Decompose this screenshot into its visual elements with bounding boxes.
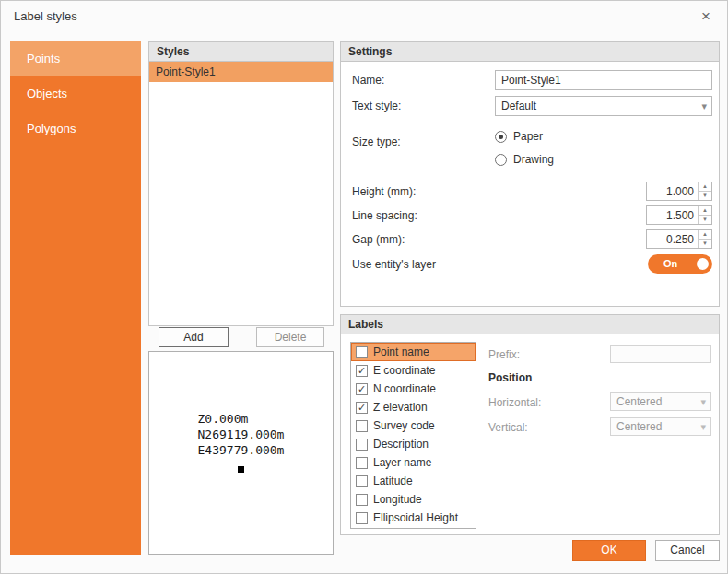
checkbox-z-elevation[interactable]: ✓ xyxy=(356,402,368,414)
label-item-description[interactable]: Description xyxy=(351,435,476,453)
label-item-text: Latitude xyxy=(373,474,413,487)
delete-button[interactable]: Delete xyxy=(256,327,324,347)
checkbox-point-name[interactable] xyxy=(356,346,368,358)
sidebar-item-objects[interactable]: Objects xyxy=(10,76,141,111)
cancel-button[interactable]: Cancel xyxy=(655,540,720,561)
titlebar: Label styles × xyxy=(1,1,727,32)
preview-line: Z0.000m xyxy=(198,411,285,427)
checkbox-description[interactable] xyxy=(356,439,368,451)
text-style-dropdown[interactable]: Default ▾ xyxy=(495,96,712,116)
size-type-label: Size type: xyxy=(352,135,401,148)
preview-line: E439779.000m xyxy=(198,442,285,458)
preview-text: Z0.000mN269119.000mE439779.000m xyxy=(198,411,285,458)
checkbox-ellipsoidal-height[interactable] xyxy=(356,512,368,524)
label-item-e-coordinate[interactable]: ✓E coordinate xyxy=(351,361,476,380)
use-entity-layer-toggle[interactable]: On xyxy=(648,254,712,274)
height-label: Height (mm): xyxy=(352,185,416,198)
height-value: 1.000 xyxy=(647,182,698,200)
checkbox-survey-code[interactable] xyxy=(356,420,368,432)
label-item-text: N coordinate xyxy=(373,382,436,395)
settings-panel: Name: Text style: Default ▾ Size type: P… xyxy=(340,62,720,307)
ok-button[interactable]: OK xyxy=(572,540,646,561)
horizontal-label: Horizontal: xyxy=(488,396,541,409)
vertical-dropdown[interactable]: Centered ▾ xyxy=(610,417,711,436)
checkbox-n-coordinate[interactable]: ✓ xyxy=(356,383,368,395)
label-item-layer-name[interactable]: Layer name xyxy=(351,453,476,472)
spinner-down-icon[interactable]: ▼ xyxy=(699,192,711,200)
settings-panel-header: Settings xyxy=(340,41,720,62)
spinner-up-icon[interactable]: ▲ xyxy=(699,182,711,192)
text-style-value: Default xyxy=(501,100,536,112)
style-preview: Z0.000mN269119.000mE439779.000m xyxy=(148,351,334,555)
label-item-text: Description xyxy=(373,438,429,451)
label-item-z-elevation[interactable]: ✓Z elevation xyxy=(351,398,476,416)
gap-spinner[interactable]: 0.250 ▲▼ xyxy=(646,229,712,249)
gap-spinner-arrows[interactable]: ▲▼ xyxy=(698,230,711,248)
position-label: Position xyxy=(488,371,532,384)
spinner-up-icon[interactable]: ▲ xyxy=(699,206,711,216)
label-item-latitude[interactable]: Latitude xyxy=(351,472,476,490)
radio-circle-icon[interactable] xyxy=(495,154,507,166)
horizontal-dropdown[interactable]: Centered ▾ xyxy=(610,392,711,411)
label-item-point-name[interactable]: Point name xyxy=(351,343,476,361)
horizontal-value: Centered xyxy=(616,395,662,408)
point-marker xyxy=(238,466,244,473)
spinner-up-icon[interactable]: ▲ xyxy=(699,230,711,240)
radio-label: Paper xyxy=(513,130,543,143)
radio-label: Drawing xyxy=(513,153,554,166)
vertical-label: Vertical: xyxy=(488,421,528,434)
style-list-item[interactable]: Point-Style1 xyxy=(149,62,333,82)
close-icon[interactable]: × xyxy=(696,6,716,27)
prefix-label: Prefix: xyxy=(488,348,520,361)
labels-panel: Point name✓E coordinate✓N coordinate✓Z e… xyxy=(340,334,720,535)
label-item-n-coordinate[interactable]: ✓N coordinate xyxy=(351,380,476,398)
vertical-value: Centered xyxy=(616,420,662,433)
label-item-ellipsoidal-height[interactable]: Ellipsoidal Height xyxy=(351,509,476,527)
chevron-down-icon: ▾ xyxy=(700,393,706,410)
checkbox-longitude[interactable] xyxy=(356,494,368,506)
line-spacing-spinner[interactable]: 1.500 ▲▼ xyxy=(646,205,712,225)
radio-circle-icon[interactable] xyxy=(495,131,507,143)
label-item-survey-code[interactable]: Survey code xyxy=(351,416,476,435)
spinner-down-icon[interactable]: ▼ xyxy=(699,216,711,224)
label-item-text: Z elevation xyxy=(373,401,428,414)
category-sidebar: PointsObjectsPolygons xyxy=(10,41,141,555)
size-type-group: PaperDrawing xyxy=(495,130,554,176)
line-spacing-label: Line spacing: xyxy=(352,209,417,222)
gap-label: Gap (mm): xyxy=(352,233,405,246)
spinner-down-icon[interactable]: ▼ xyxy=(699,240,711,248)
height-spinner-arrows[interactable]: ▲▼ xyxy=(698,182,711,200)
labels-panel-header: Labels xyxy=(340,314,720,334)
styles-panel-header: Styles xyxy=(148,41,334,62)
toggle-knob xyxy=(697,258,709,270)
sidebar-item-polygons[interactable]: Polygons xyxy=(10,111,141,146)
dialog-title: Label styles xyxy=(14,9,77,23)
name-input[interactable] xyxy=(495,70,712,90)
radio-paper[interactable]: Paper xyxy=(495,130,554,143)
name-label: Name: xyxy=(352,74,384,87)
label-item-text: E coordinate xyxy=(373,364,435,377)
label-item-longitude[interactable]: Longitude xyxy=(351,490,476,509)
chevron-down-icon: ▾ xyxy=(701,97,707,115)
use-entity-layer-label: Use entity's layer xyxy=(352,258,436,271)
label-item-text: Longitude xyxy=(373,493,422,506)
checkbox-layer-name[interactable] xyxy=(356,457,368,469)
add-button[interactable]: Add xyxy=(159,327,229,347)
gap-value: 0.250 xyxy=(647,230,698,248)
label-styles-dialog: Label styles × PointsObjectsPolygons Sty… xyxy=(0,0,728,574)
styles-list: Point-Style1 xyxy=(148,62,334,326)
label-item-text: Point name xyxy=(373,346,429,358)
text-style-label: Text style: xyxy=(352,100,401,112)
sidebar-item-points[interactable]: Points xyxy=(10,41,141,76)
height-spinner[interactable]: 1.000 ▲▼ xyxy=(646,182,712,201)
checkbox-latitude[interactable] xyxy=(356,475,368,487)
radio-drawing[interactable]: Drawing xyxy=(495,153,554,166)
line-spacing-spinner-arrows[interactable]: ▲▼ xyxy=(698,206,711,224)
preview-line: N269119.000m xyxy=(198,427,285,442)
labels-checklist: Point name✓E coordinate✓N coordinate✓Z e… xyxy=(350,342,476,529)
label-item-text: Survey code xyxy=(373,419,435,432)
label-item-text: Layer name xyxy=(373,456,431,469)
prefix-input[interactable] xyxy=(610,345,711,363)
checkbox-e-coordinate[interactable]: ✓ xyxy=(356,365,368,377)
chevron-down-icon: ▾ xyxy=(700,418,706,435)
